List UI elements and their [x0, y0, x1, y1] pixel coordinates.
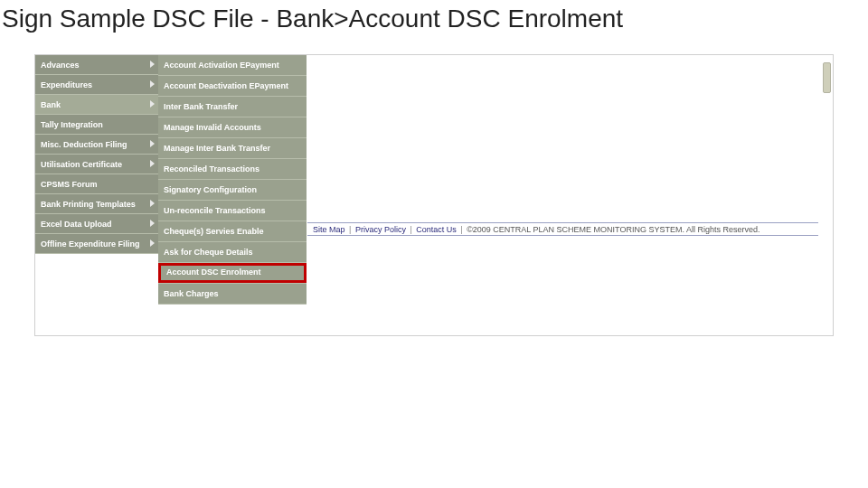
sidebar-item-label: Excel Data Upload	[41, 220, 112, 229]
sidebar-item-label: Misc. Deduction Filing	[41, 140, 127, 149]
submenu-item-bank-charges[interactable]: Bank Charges	[158, 284, 307, 305]
submenu-item-label: Account Deactivation EPayment	[164, 81, 288, 90]
chevron-right-icon	[150, 100, 155, 108]
sidebar-item-label: Expenditures	[41, 80, 92, 89]
sidebar-item-label: Bank Printing Templates	[41, 200, 136, 209]
submenu-item-label: Reconciled Transactions	[164, 164, 259, 174]
submenu-item-ask-for-cheque-details[interactable]: Ask for Cheque Details	[158, 242, 307, 263]
footer-link-privacy[interactable]: Privacy Policy	[355, 225, 406, 234]
sidebar-item-misc-deduction-filing[interactable]: Misc. Deduction Filing	[35, 135, 158, 155]
chevron-right-icon	[150, 61, 155, 68]
submenu-item-cheque-services-enable[interactable]: Cheque(s) Servies Enable	[158, 221, 307, 242]
submenu-item-label: Account Activation EPayment	[164, 61, 279, 70]
footer-link-contact-us[interactable]: Contact Us	[416, 225, 457, 234]
sidebar-item-bank[interactable]: Bank	[35, 95, 158, 115]
app-frame: Advances Expenditures Bank Tally Integra…	[34, 54, 834, 336]
sidebar: Advances Expenditures Bank Tally Integra…	[35, 55, 158, 254]
sidebar-item-label: Tally Integration	[41, 120, 103, 129]
footer-sep: |	[460, 225, 462, 234]
bank-submenu: Account Activation EPayment Account Deac…	[158, 55, 307, 305]
submenu-item-label: Signatory Configuration	[164, 185, 257, 194]
slide-title: Sign Sample DSC File - Bank>Account DSC …	[0, 0, 868, 34]
submenu-item-label: Un-reconcile Transactions	[164, 206, 266, 215]
footer-bar: Site Map | Privacy Policy | Contact Us |…	[307, 222, 818, 236]
chevron-right-icon	[150, 80, 155, 88]
submenu-item-label: Bank Charges	[164, 289, 219, 298]
sidebar-item-label: Advances	[41, 61, 80, 70]
sidebar-item-utilisation-certificate[interactable]: Utilisation Certificate	[35, 155, 158, 174]
chevron-right-icon	[150, 220, 155, 227]
scrollbar-thumb[interactable]	[823, 62, 831, 93]
sidebar-item-label: Bank	[41, 100, 61, 109]
sidebar-item-label: CPSMS Forum	[41, 180, 98, 189]
sidebar-item-excel-data-upload[interactable]: Excel Data Upload	[35, 214, 158, 234]
footer-sep: |	[349, 225, 351, 234]
chevron-right-icon	[150, 160, 155, 167]
sidebar-item-cpsms-forum[interactable]: CPSMS Forum	[35, 174, 158, 194]
footer-sep: |	[410, 225, 411, 234]
submenu-item-account-dsc-enrolment[interactable]: Account DSC Enrolment	[158, 263, 307, 284]
app-body: Advances Expenditures Bank Tally Integra…	[35, 55, 833, 335]
submenu-item-label: Cheque(s) Servies Enable	[164, 227, 264, 236]
submenu-item-account-deactivation-epayment[interactable]: Account Deactivation EPayment	[158, 76, 307, 97]
submenu-item-label: Manage Inter Bank Transfer	[164, 144, 270, 153]
sidebar-item-label: Utilisation Certificate	[41, 160, 122, 169]
submenu-item-manage-invalid-accounts[interactable]: Manage Invalid Accounts	[158, 117, 307, 138]
sidebar-item-offline-expenditure-filing[interactable]: Offline Expenditure Filing	[35, 234, 158, 254]
submenu-item-un-reconcile-transactions[interactable]: Un-reconcile Transactions	[158, 201, 307, 221]
chevron-right-icon	[150, 200, 155, 207]
submenu-item-manage-inter-bank-transfer[interactable]: Manage Inter Bank Transfer	[158, 138, 307, 159]
chevron-right-icon	[150, 239, 155, 247]
sidebar-item-advances[interactable]: Advances	[35, 55, 158, 75]
submenu-item-label: Manage Invalid Accounts	[164, 123, 261, 132]
sidebar-item-bank-printing-templates[interactable]: Bank Printing Templates	[35, 194, 158, 214]
submenu-item-reconciled-transactions[interactable]: Reconciled Transactions	[158, 159, 307, 180]
submenu-item-signatory-configuration[interactable]: Signatory Configuration	[158, 180, 307, 201]
footer-copyright: ©2009 CENTRAL PLAN SCHEME MONITORING SYS…	[467, 225, 760, 234]
submenu-item-label: Account DSC Enrolment	[166, 263, 261, 284]
sidebar-item-expenditures[interactable]: Expenditures	[35, 75, 158, 95]
chevron-right-icon	[150, 140, 155, 147]
submenu-item-label: Inter Bank Transfer	[164, 102, 238, 111]
submenu-item-account-activation-epayment[interactable]: Account Activation EPayment	[158, 55, 307, 76]
sidebar-item-label: Offline Expenditure Filing	[41, 239, 140, 249]
submenu-item-label: Ask for Cheque Details	[164, 248, 253, 257]
submenu-item-inter-bank-transfer[interactable]: Inter Bank Transfer	[158, 97, 307, 117]
footer-link-site-map[interactable]: Site Map	[313, 225, 345, 234]
sidebar-item-tally-integration[interactable]: Tally Integration	[35, 115, 158, 135]
highlight-box: Account DSC Enrolment	[158, 263, 307, 283]
